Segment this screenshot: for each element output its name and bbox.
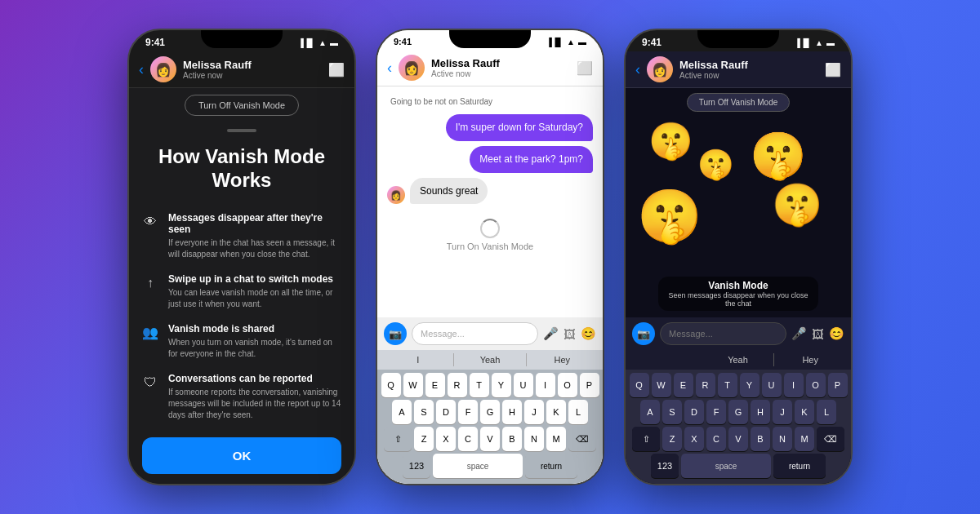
kb-t[interactable]: T [470,373,489,397]
kb-b[interactable]: B [502,427,522,451]
kb3-a[interactable]: A [640,400,660,424]
photo-icon[interactable]: 🖼 [564,327,576,341]
kb3-c[interactable]: C [706,427,726,451]
kb-x[interactable]: X [436,427,456,451]
kb-j[interactable]: J [524,400,544,424]
kb3-t[interactable]: T [718,373,737,397]
suggestion-3-0[interactable] [630,353,702,366]
kb3-f[interactable]: F [706,400,726,424]
kb-k[interactable]: K [546,400,566,424]
kb3-l[interactable]: L [817,400,836,424]
video-call-icon-1[interactable]: ⬜ [328,62,345,78]
kb-v[interactable]: V [480,427,500,451]
video-call-icon-3[interactable]: ⬜ [825,62,841,78]
kb-e[interactable]: E [425,373,445,397]
message-input-2[interactable]: Message... [412,322,538,345]
back-button-2[interactable]: ‹ [387,60,392,77]
back-button-3[interactable]: ‹ [635,61,640,78]
kb-q[interactable]: Q [381,373,401,397]
kb-n[interactable]: N [524,427,544,451]
kb3-123[interactable]: 123 [651,454,679,478]
drag-handle [227,129,256,132]
kb-return[interactable]: return [525,454,577,478]
suggestion-3-1[interactable]: Yeah [702,353,775,366]
kb-123[interactable]: 123 [403,454,430,478]
kb-z[interactable]: Z [414,427,434,451]
kb-f[interactable]: F [458,400,478,424]
message-input-3[interactable]: Message... [660,322,786,345]
kb3-x[interactable]: X [684,427,704,451]
avatar-3: 👩 [647,56,673,82]
video-call-icon-2[interactable]: ⬜ [577,60,593,76]
turn-off-vanish-btn-3[interactable]: Turn Off Vanish Mode [687,93,791,112]
kb3-d[interactable]: D [684,400,704,424]
contact-name-3: Melissa Rauff [679,59,818,71]
turn-off-vanish-btn-1[interactable]: Turn Off Vanish Mode [185,95,299,116]
kb-l[interactable]: L [568,400,588,424]
camera-button-3[interactable]: 📷 [632,322,655,345]
kb3-w[interactable]: W [652,373,671,397]
kb3-y[interactable]: Y [740,373,760,397]
suggestion-1[interactable]: Yeah [454,353,526,366]
kb3-return[interactable]: return [773,454,826,478]
kb-backspace[interactable]: ⌫ [568,427,596,451]
kb3-k[interactable]: K [795,400,814,424]
suggestion-0[interactable]: I [382,353,454,366]
kb3-p[interactable]: P [828,373,848,397]
kb-u[interactable]: U [514,373,533,397]
kb-c[interactable]: C [458,427,478,451]
kb3-backspace[interactable]: ⌫ [817,427,844,451]
kb3-b[interactable]: B [751,427,770,451]
kb-a[interactable]: A [392,400,412,424]
kb-shift[interactable]: ⇧ [384,427,412,451]
camera-button-2[interactable]: 📷 [384,322,407,345]
kb3-s[interactable]: S [662,400,682,424]
kb-h[interactable]: H [502,400,522,424]
feature-title-1: Swipe up in a chat to switch modes [168,273,341,285]
kb3-z[interactable]: Z [662,427,682,451]
vanish-mode-banner: Vanish Mode Seen messages disappear when… [658,277,818,311]
kb-m[interactable]: M [546,427,566,451]
kb3-i[interactable]: I [784,373,804,397]
kb-g[interactable]: G [480,400,500,424]
kb3-q[interactable]: Q [630,373,649,397]
kb-d[interactable]: D [436,400,456,424]
battery-icon-3: ▬ [826,38,835,47]
mic-icon[interactable]: 🎤 [543,326,559,341]
kb-w[interactable]: W [403,373,423,397]
kb3-shift[interactable]: ⇧ [632,427,660,451]
keyboard-area-2: I Yeah Hey Q W E R T Y U I O P [377,350,603,484]
kb3-o[interactable]: O [806,373,826,397]
kb-row-3: 123 space return [381,454,599,478]
sticker-icon[interactable]: 😊 [581,326,596,341]
photo-icon-3[interactable]: 🖼 [812,327,824,341]
phone-3: 9:41 ▐▐▌ ▲ ▬ ‹ 👩 Melissa Rauff Active no… [624,29,853,485]
kb-o[interactable]: O [558,373,577,397]
ok-button[interactable]: OK [142,437,341,474]
kb3-n[interactable]: N [773,427,792,451]
kb-s[interactable]: S [414,400,434,424]
kb-space[interactable]: space [433,454,523,478]
kb3-j[interactable]: J [773,400,792,424]
kb3-g[interactable]: G [728,400,748,424]
mic-icon-3[interactable]: 🎤 [791,326,807,341]
sticker-icon-3[interactable]: 😊 [829,326,844,341]
kb3-r[interactable]: R [696,373,715,397]
kb3-v[interactable]: V [728,427,748,451]
kb-y[interactable]: Y [492,373,511,397]
back-button-1[interactable]: ‹ [139,61,144,78]
suggestion-2[interactable]: Hey [527,353,598,366]
kb3-h[interactable]: H [751,400,770,424]
contact-status-3: Active now [679,71,818,80]
header-info-1: Melissa Rauff Active now [183,59,322,80]
kb-i[interactable]: I [536,373,555,397]
kb-p[interactable]: P [580,373,599,397]
suggestion-3-2[interactable]: Hey [774,353,846,366]
kb3-e[interactable]: E [674,373,693,397]
kb-r[interactable]: R [448,373,467,397]
phones-container: 9:41 ▐▐▌ ▲ ▬ ‹ 👩 Melissa Rauff Active no… [127,29,853,485]
kb3-space[interactable]: space [681,454,771,478]
kb3-u[interactable]: U [762,373,782,397]
kb3-m[interactable]: M [795,427,814,451]
contact-status-2: Active now [431,69,570,78]
